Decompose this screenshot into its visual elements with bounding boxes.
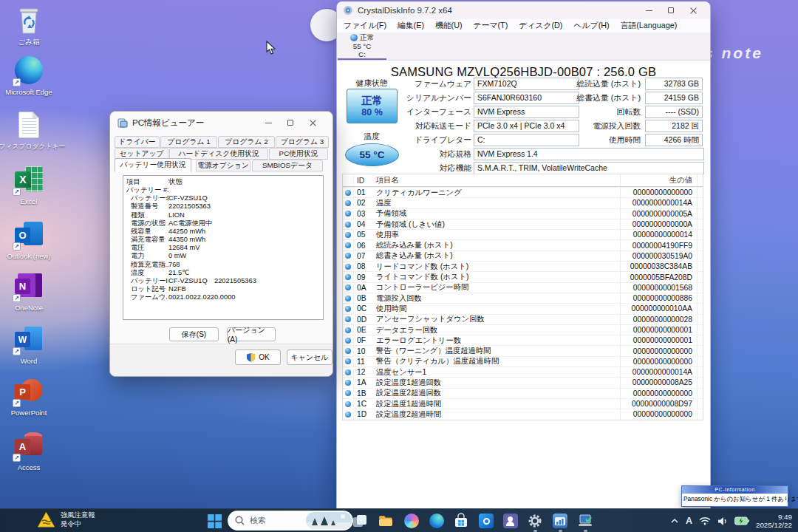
- tab-driver[interactable]: ドライバー: [115, 136, 160, 148]
- menu-item[interactable]: 言語(Language): [621, 21, 678, 31]
- powerpoint-icon: P: [13, 375, 44, 406]
- desktop-icon-access[interactable]: A Access: [0, 430, 58, 471]
- smart-table-row[interactable]: 08 リードコマンド数 (ホスト) 00000038C384AB: [343, 261, 703, 271]
- crystaldiskinfo-titlebar[interactable]: CrystalDiskInfo 9.7.2 x64: [337, 1, 710, 19]
- onenote-icon: N: [13, 270, 44, 301]
- clock[interactable]: 9:49 2025/12/22: [756, 513, 792, 530]
- pc-info-viewer-icon: [577, 513, 593, 529]
- close-button[interactable]: [301, 115, 324, 130]
- minimize-button[interactable]: [638, 3, 660, 18]
- tab-pc-usage[interactable]: PC使用状況: [269, 148, 328, 160]
- menu-item[interactable]: ファイル(F): [344, 21, 386, 31]
- copilot-button[interactable]: [403, 512, 420, 530]
- health-status-box[interactable]: 正常 80 %: [347, 89, 398, 123]
- menu-item[interactable]: ディスク(D): [519, 21, 562, 31]
- start-button[interactable]: [208, 514, 222, 528]
- smart-table-row[interactable]: 06 総読み込み量 (ホスト) 00000004190FF9: [343, 239, 703, 250]
- weather-alert-line1: 強風注意報: [61, 511, 95, 520]
- teams-button[interactable]: [502, 512, 519, 530]
- info-field-value: 4266 時間: [645, 134, 703, 146]
- search-input[interactable]: 検索: [228, 511, 353, 531]
- attribute-status-good-icon: [343, 251, 354, 261]
- menu-item[interactable]: 機能(U): [435, 21, 463, 31]
- desktop-icon-outlook[interactable]: O Outlook (new): [0, 219, 58, 260]
- outlook-button[interactable]: [477, 512, 495, 530]
- ok-button[interactable]: OK: [235, 349, 281, 365]
- smart-table-row[interactable]: 1B 設定温度2超過回数 00000000000000: [343, 388, 703, 398]
- cancel-button[interactable]: キャンセル: [287, 349, 332, 365]
- menu-item[interactable]: ヘルプ(H): [573, 21, 609, 31]
- crystaldiskinfo-taskbar-button[interactable]: [551, 512, 569, 530]
- ime-indicator[interactable]: A: [686, 516, 692, 526]
- battery-charging-icon[interactable]: [734, 516, 749, 525]
- attribute-status-good-icon: [343, 230, 354, 239]
- battery-info-row: ロット記号 N2FB: [126, 285, 320, 293]
- smart-table-row[interactable]: 07 総書き込み量 (ホスト) 000000030519A0: [343, 250, 703, 261]
- smart-table-row[interactable]: 02 温度 0000000000014A: [343, 197, 703, 208]
- pc-info-viewer-window: PC情報ビューアー ドライバー プログラム 1 プログラム 2 プログラム 3 …: [109, 111, 333, 377]
- smart-table-row[interactable]: 10 警告（ワーニング）温度超過時間 00000000000000: [343, 345, 703, 355]
- microsoft-store-button[interactable]: [452, 512, 470, 530]
- pc-info-viewer-taskbar-button[interactable]: [576, 512, 594, 530]
- desktop-icon-excel[interactable]: X Excel: [0, 164, 58, 205]
- version-button[interactable]: バージョン(A): [227, 327, 276, 341]
- pc-info-viewer-titlebar[interactable]: PC情報ビューアー: [110, 112, 332, 134]
- drive-tab-c[interactable]: 正常 55 °C C:: [338, 33, 386, 59]
- menu-item[interactable]: テーマ(T): [474, 21, 508, 31]
- file-explorer-button[interactable]: [377, 512, 395, 530]
- shortcut-arrow-icon: [13, 399, 21, 407]
- desktop-icon-onenote[interactable]: N OneNote: [0, 270, 58, 312]
- wallpaper-brand-text: s note: [704, 44, 763, 62]
- pc-information-popup[interactable]: PC-Information Panasonic からのお知らせが 1 件ありま…: [681, 485, 788, 507]
- smart-table-row[interactable]: 1A 設定温度1超過回数 00000000008A25: [343, 377, 703, 387]
- menu-item[interactable]: 編集(E): [398, 21, 424, 31]
- task-view-button[interactable]: [351, 512, 369, 530]
- close-button[interactable]: [682, 3, 704, 18]
- smart-table-row[interactable]: 12 温度センサー1 0000000000014A: [343, 366, 703, 377]
- weather-widget[interactable]: 強風注意報 発令中: [37, 511, 95, 528]
- tab-smbios-data[interactable]: SMBIOSデータ: [252, 160, 323, 171]
- attribute-status-good-icon: [343, 188, 354, 197]
- smart-table-row[interactable]: 09 ライトコマンド数 (ホスト) 0000005BFA208D: [343, 271, 703, 282]
- temperature-box[interactable]: 55 °C: [345, 143, 399, 166]
- smart-table-row[interactable]: 0E データエラー回数 00000000000001: [343, 324, 703, 335]
- settings-button[interactable]: [526, 512, 544, 530]
- smart-table-row[interactable]: 1C 設定温度1超過時間 00000000008D97: [343, 398, 703, 409]
- smart-table-row[interactable]: 01 クリティカルワーニング 00000000000000: [343, 187, 703, 197]
- smart-table-row[interactable]: 05 使用率 00000000000014: [343, 229, 703, 239]
- tab-battery-usage[interactable]: バッテリー使用状況: [115, 158, 191, 172]
- battery-info-row: 温度 21.5℃: [126, 269, 320, 277]
- battery-status-list[interactable]: 項目 状態 バッテリー #1 バッテリー名 CF-VZSU1Q 製造番号 220…: [123, 175, 324, 320]
- shortcut-arrow-icon: [13, 242, 21, 250]
- search-highlight-image[interactable]: [306, 512, 352, 529]
- health-status-label: 健康状態: [346, 78, 398, 89]
- smart-table-row[interactable]: 0B 電源投入回数 00000000000886: [343, 293, 703, 303]
- volume-icon[interactable]: [717, 516, 728, 526]
- desktop-icon-recycle-bin[interactable]: ごみ箱: [0, 4, 58, 47]
- smart-table-row[interactable]: 11 警告（クリティカル）温度超過時間 00000000000000: [343, 356, 703, 366]
- smart-table-row[interactable]: 0A コントローラービジー時間 00000000001568: [343, 282, 703, 293]
- smart-table-row[interactable]: 0F エラーログエントリー数 00000000000001: [343, 335, 703, 345]
- tab-program3[interactable]: プログラム 3: [276, 136, 329, 148]
- tray-time: 9:49: [756, 513, 792, 522]
- smart-table-row[interactable]: 04 予備領域 (しきい値) 0000000000000A: [343, 219, 703, 229]
- smart-table-row[interactable]: 0C 使用時間 000000000010AA: [343, 303, 703, 313]
- tab-power-options[interactable]: 電源オプション: [196, 160, 250, 171]
- smart-table-row[interactable]: 03 予備領域 0000000000005A: [343, 208, 703, 219]
- save-button[interactable]: 保存(S): [169, 327, 219, 341]
- tab-program2[interactable]: プログラム 2: [218, 136, 275, 148]
- wifi-icon[interactable]: [699, 516, 711, 525]
- tab-program1[interactable]: プログラム 1: [160, 136, 217, 148]
- smart-table-row[interactable]: 1D 設定温度2超過時間 00000000000000: [343, 409, 703, 419]
- desktop-icon-word[interactable]: W Word: [0, 324, 58, 365]
- desktop-icon-office-product-key[interactable]: オフィスプロダクトキー: [0, 109, 58, 151]
- maximize-button[interactable]: [279, 115, 301, 130]
- desktop-icon-microsoft-edge[interactable]: Microsoft Edge: [0, 55, 58, 96]
- smart-table-row[interactable]: 0D アンセーフシャットダウン回数 00000000000028: [343, 314, 703, 324]
- minimize-button[interactable]: [257, 115, 279, 130]
- maximize-button[interactable]: [660, 3, 682, 18]
- gear-icon: [527, 513, 543, 529]
- edge-button[interactable]: [428, 512, 446, 530]
- desktop-icon-powerpoint[interactable]: P PowerPoint: [0, 375, 58, 417]
- tray-chevron-up-icon[interactable]: [670, 517, 679, 525]
